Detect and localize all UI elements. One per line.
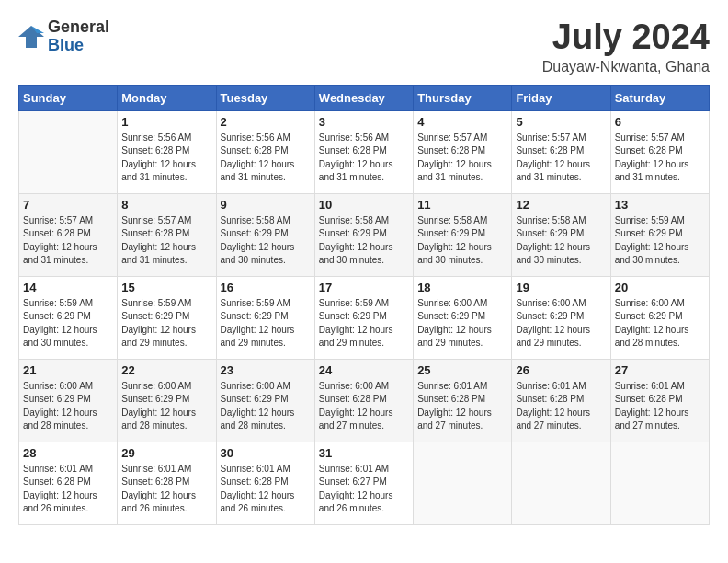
calendar-cell: [19, 110, 118, 193]
calendar-cell: 15Sunrise: 5:59 AM Sunset: 6:29 PM Dayli…: [118, 276, 216, 359]
day-number: 23: [221, 363, 311, 377]
col-header-friday: Friday: [512, 85, 610, 110]
day-info: Sunrise: 6:00 AM Sunset: 6:28 PM Dayligh…: [319, 380, 409, 433]
logo-icon: [18, 24, 44, 50]
col-header-tuesday: Tuesday: [216, 85, 314, 110]
calendar-cell: 6Sunrise: 5:57 AM Sunset: 6:28 PM Daylig…: [610, 110, 709, 193]
svg-marker-0: [18, 26, 44, 48]
calendar-cell: 17Sunrise: 5:59 AM Sunset: 6:29 PM Dayli…: [314, 276, 413, 359]
day-number: 8: [121, 198, 211, 212]
day-number: 26: [516, 363, 606, 377]
calendar-week-row: 14Sunrise: 5:59 AM Sunset: 6:29 PM Dayli…: [19, 276, 710, 359]
day-info: Sunrise: 5:56 AM Sunset: 6:28 PM Dayligh…: [319, 132, 409, 185]
calendar-week-row: 21Sunrise: 6:00 AM Sunset: 6:29 PM Dayli…: [19, 359, 710, 442]
calendar-cell: 4Sunrise: 5:57 AM Sunset: 6:28 PM Daylig…: [414, 110, 512, 193]
day-info: Sunrise: 5:57 AM Sunset: 6:28 PM Dayligh…: [417, 132, 507, 185]
day-number: 5: [516, 115, 606, 129]
calendar-cell: 14Sunrise: 5:59 AM Sunset: 6:29 PM Dayli…: [19, 276, 118, 359]
day-info: Sunrise: 5:57 AM Sunset: 6:28 PM Dayligh…: [516, 132, 606, 185]
day-info: Sunrise: 5:59 AM Sunset: 6:29 PM Dayligh…: [23, 297, 113, 350]
logo-text-blue: Blue: [48, 37, 109, 55]
day-info: Sunrise: 5:58 AM Sunset: 6:29 PM Dayligh…: [516, 214, 606, 268]
day-info: Sunrise: 6:00 AM Sunset: 6:29 PM Dayligh…: [23, 380, 113, 433]
calendar-cell: 29Sunrise: 6:01 AM Sunset: 6:28 PM Dayli…: [118, 442, 216, 524]
calendar-cell: [610, 442, 709, 524]
calendar-cell: 28Sunrise: 6:01 AM Sunset: 6:28 PM Dayli…: [19, 442, 118, 524]
calendar-cell: 9Sunrise: 5:58 AM Sunset: 6:29 PM Daylig…: [216, 193, 314, 276]
location-subtitle: Duayaw-Nkwanta, Ghana: [542, 59, 710, 75]
calendar-cell: 2Sunrise: 5:56 AM Sunset: 6:28 PM Daylig…: [216, 110, 314, 193]
day-info: Sunrise: 6:00 AM Sunset: 6:29 PM Dayligh…: [516, 297, 606, 350]
day-number: 13: [615, 198, 705, 212]
day-info: Sunrise: 5:59 AM Sunset: 6:29 PM Dayligh…: [221, 297, 311, 350]
calendar-cell: [414, 442, 512, 524]
calendar-cell: 11Sunrise: 5:58 AM Sunset: 6:29 PM Dayli…: [414, 193, 512, 276]
day-info: Sunrise: 5:59 AM Sunset: 6:29 PM Dayligh…: [319, 297, 409, 350]
calendar-cell: [512, 442, 610, 524]
calendar-cell: 31Sunrise: 6:01 AM Sunset: 6:27 PM Dayli…: [314, 442, 413, 524]
logo: General Blue: [18, 18, 109, 55]
day-info: Sunrise: 6:01 AM Sunset: 6:28 PM Dayligh…: [221, 463, 311, 516]
calendar-cell: 7Sunrise: 5:57 AM Sunset: 6:28 PM Daylig…: [19, 193, 118, 276]
day-number: 3: [319, 115, 409, 129]
day-info: Sunrise: 6:01 AM Sunset: 6:28 PM Dayligh…: [23, 463, 113, 516]
day-info: Sunrise: 6:01 AM Sunset: 6:28 PM Dayligh…: [516, 380, 606, 433]
calendar-table: SundayMondayTuesdayWednesdayThursdayFrid…: [18, 85, 710, 525]
day-info: Sunrise: 6:01 AM Sunset: 6:28 PM Dayligh…: [121, 463, 211, 516]
calendar-cell: 10Sunrise: 5:58 AM Sunset: 6:29 PM Dayli…: [314, 193, 413, 276]
calendar-cell: 24Sunrise: 6:00 AM Sunset: 6:28 PM Dayli…: [314, 359, 413, 442]
calendar-cell: 27Sunrise: 6:01 AM Sunset: 6:28 PM Dayli…: [610, 359, 709, 442]
calendar-cell: 5Sunrise: 5:57 AM Sunset: 6:28 PM Daylig…: [512, 110, 610, 193]
calendar-cell: 8Sunrise: 5:57 AM Sunset: 6:28 PM Daylig…: [118, 193, 216, 276]
day-number: 17: [319, 281, 409, 294]
calendar-cell: 21Sunrise: 6:00 AM Sunset: 6:29 PM Dayli…: [19, 359, 118, 442]
day-info: Sunrise: 5:59 AM Sunset: 6:29 PM Dayligh…: [615, 214, 705, 268]
col-header-wednesday: Wednesday: [314, 85, 413, 110]
day-number: 29: [121, 446, 211, 460]
day-info: Sunrise: 6:01 AM Sunset: 6:27 PM Dayligh…: [319, 463, 409, 516]
day-number: 30: [221, 446, 311, 460]
day-info: Sunrise: 5:57 AM Sunset: 6:28 PM Dayligh…: [23, 214, 113, 268]
calendar-header-row: SundayMondayTuesdayWednesdayThursdayFrid…: [19, 85, 710, 110]
day-info: Sunrise: 6:01 AM Sunset: 6:28 PM Dayligh…: [417, 380, 507, 433]
day-number: 14: [23, 281, 113, 294]
calendar-cell: 16Sunrise: 5:59 AM Sunset: 6:29 PM Dayli…: [216, 276, 314, 359]
logo-text-general: General: [48, 18, 109, 37]
calendar-cell: 1Sunrise: 5:56 AM Sunset: 6:28 PM Daylig…: [118, 110, 216, 193]
calendar-cell: 20Sunrise: 6:00 AM Sunset: 6:29 PM Dayli…: [610, 276, 709, 359]
day-number: 22: [121, 363, 211, 377]
day-number: 7: [23, 198, 113, 212]
day-number: 19: [516, 281, 606, 294]
day-info: Sunrise: 5:58 AM Sunset: 6:29 PM Dayligh…: [417, 214, 507, 268]
day-info: Sunrise: 6:00 AM Sunset: 6:29 PM Dayligh…: [121, 380, 211, 433]
day-number: 31: [319, 446, 409, 460]
day-info: Sunrise: 5:56 AM Sunset: 6:28 PM Dayligh…: [221, 132, 311, 185]
day-info: Sunrise: 5:57 AM Sunset: 6:28 PM Dayligh…: [121, 214, 211, 268]
day-number: 18: [417, 281, 507, 294]
col-header-sunday: Sunday: [19, 85, 118, 110]
day-number: 15: [121, 281, 211, 294]
calendar-cell: 30Sunrise: 6:01 AM Sunset: 6:28 PM Dayli…: [216, 442, 314, 524]
calendar-week-row: 1Sunrise: 5:56 AM Sunset: 6:28 PM Daylig…: [19, 110, 710, 193]
day-number: 16: [221, 281, 311, 294]
calendar-cell: 26Sunrise: 6:01 AM Sunset: 6:28 PM Dayli…: [512, 359, 610, 442]
calendar-week-row: 28Sunrise: 6:01 AM Sunset: 6:28 PM Dayli…: [19, 442, 710, 524]
day-info: Sunrise: 5:58 AM Sunset: 6:29 PM Dayligh…: [221, 214, 311, 268]
calendar-cell: 18Sunrise: 6:00 AM Sunset: 6:29 PM Dayli…: [414, 276, 512, 359]
day-info: Sunrise: 6:00 AM Sunset: 6:29 PM Dayligh…: [417, 297, 507, 350]
day-number: 6: [615, 115, 705, 129]
day-number: 4: [417, 115, 507, 129]
day-info: Sunrise: 5:58 AM Sunset: 6:29 PM Dayligh…: [319, 214, 409, 268]
month-year-title: July 2024: [542, 18, 710, 57]
day-info: Sunrise: 5:59 AM Sunset: 6:29 PM Dayligh…: [121, 297, 211, 350]
col-header-thursday: Thursday: [414, 85, 512, 110]
day-number: 10: [319, 198, 409, 212]
calendar-cell: 22Sunrise: 6:00 AM Sunset: 6:29 PM Dayli…: [118, 359, 216, 442]
calendar-week-row: 7Sunrise: 5:57 AM Sunset: 6:28 PM Daylig…: [19, 193, 710, 276]
day-number: 28: [23, 446, 113, 460]
page-header: General Blue July 2024 Duayaw-Nkwanta, G…: [18, 18, 710, 75]
col-header-saturday: Saturday: [610, 85, 709, 110]
day-number: 20: [615, 281, 705, 294]
day-info: Sunrise: 5:57 AM Sunset: 6:28 PM Dayligh…: [615, 132, 705, 185]
day-number: 1: [121, 115, 211, 129]
